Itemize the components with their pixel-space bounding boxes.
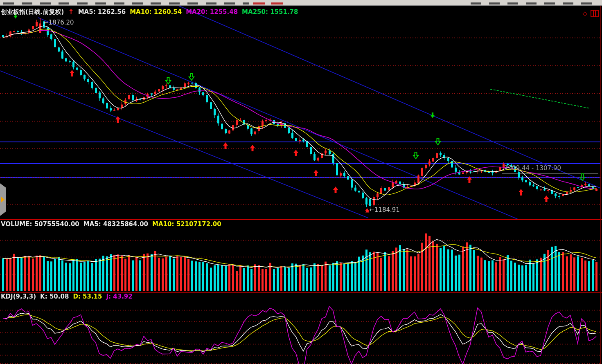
trend-up-icon: ↑ <box>68 8 74 16</box>
volume-value: VOLUME: 50755540.00 <box>1 220 79 228</box>
split-window-icon[interactable] <box>591 10 599 17</box>
low-price-label: ←1184.91 <box>369 206 400 213</box>
kdj-j-value: J: 43.92 <box>106 293 133 300</box>
menu-items-red-stub <box>253 2 287 4</box>
menu-bar[interactable] <box>0 0 602 6</box>
symbol-title[interactable]: 创业板指(日线.前复权) <box>1 8 64 16</box>
low-triangle-icon: ▲ <box>365 207 369 213</box>
expand-right-icon <box>1 197 5 202</box>
volume-ma10-value: MA10: 52107172.00 <box>152 220 221 228</box>
high-price-label: ←1876.20 <box>43 19 74 26</box>
volume-ma5-value: MA5: 48325864.00 <box>83 220 148 228</box>
low-price-marker: ▲←1184.91 <box>365 206 400 213</box>
chart-canvas[interactable] <box>0 0 602 364</box>
ma250-value: MA250: 1551.78 <box>242 8 298 16</box>
ma20-value: MA20: 1255.48 <box>186 8 238 16</box>
volume-header: VOLUME: 50755540.00 MA5: 48325864.00 MA1… <box>1 220 221 228</box>
kdj-k-value: K: 50.08 <box>40 293 69 300</box>
kdj-header: KDJ(9,3,3) K: 50.08 D: 53.15 J: 43.92 <box>1 293 133 300</box>
main-chart-header: 创业板指(日线.前复权) ↑ MA5: 1262.56 MA10: 1260.5… <box>1 8 298 16</box>
kdj-d-value: D: 53.15 <box>73 293 102 300</box>
kdj-indicator-name[interactable]: KDJ(9,3,3) <box>1 293 36 300</box>
ma10-value: MA10: 1260.54 <box>130 8 182 16</box>
trading-terminal-window: { "main_header": { "symbol": "创业板指(日线.前复… <box>0 0 602 364</box>
ma5-value: MA5: 1262.56 <box>78 8 126 16</box>
diamond-icon[interactable]: ◇ <box>582 11 587 17</box>
menu-items-stub <box>3 2 249 4</box>
sidebar-flyout-handle[interactable] <box>0 183 6 216</box>
chart-corner-controls: ◇ <box>582 10 599 17</box>
menu-items-right-stub <box>471 2 598 4</box>
range-annotation-label: 1909.44 - 1307.90 <box>504 164 561 172</box>
